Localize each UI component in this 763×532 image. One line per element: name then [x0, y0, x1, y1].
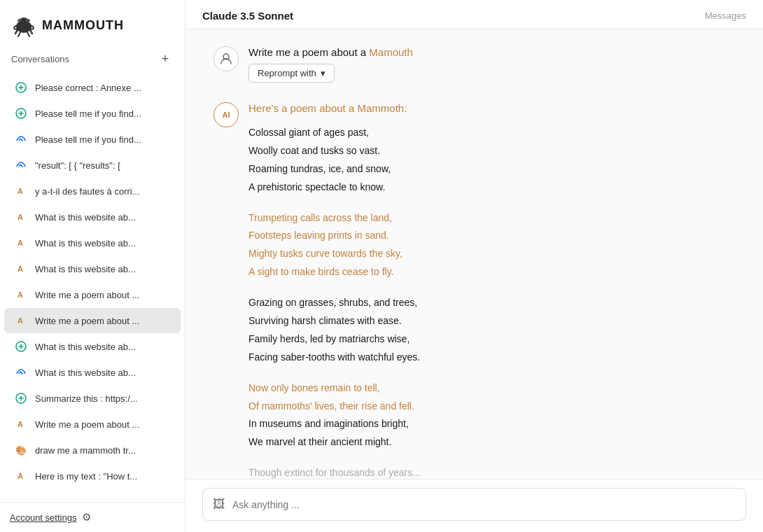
draw-icon: 🎨 — [14, 443, 28, 457]
new-conversation-button[interactable]: + — [157, 50, 174, 67]
model-name: Claude 3.5 Sonnet — [202, 10, 293, 22]
chat-input[interactable] — [232, 499, 736, 510]
conversation-item-7[interactable]: AWhat is this website ab... — [4, 230, 181, 255]
conversation-text: Please tell me if you find... — [35, 108, 141, 119]
conversation-text: Write me a poem about ... — [35, 316, 139, 326]
sidebar-header: MAMMOUTH — [0, 0, 185, 48]
ai-message: AI Here's a poem about a Mammoth: Coloss… — [214, 102, 735, 479]
poem-line: Now only bones remain to tell, — [248, 379, 735, 398]
poem-stanza-4: Now only bones remain to tell,Of mammoth… — [248, 379, 735, 452]
conversation-text: Please tell me if you find... — [35, 134, 141, 145]
reprompt-button[interactable]: Reprompt with ▾ — [248, 64, 335, 83]
poem-line: A prehistoric spectacle to know. — [248, 178, 735, 197]
svg-text:A: A — [18, 213, 23, 221]
reprompt-chevron-icon: ▾ — [321, 68, 326, 78]
poem-line: Of mammoths' lives, their rise and fell. — [248, 398, 735, 416]
reprompt-label: Reprompt with — [258, 68, 316, 78]
chatgpt-icon — [14, 391, 28, 405]
conversation-text: y a-t-il des fautes à corri... — [35, 186, 140, 197]
meta-icon — [14, 132, 28, 146]
conversation-item-2[interactable]: Please tell me if you find... — [4, 101, 181, 126]
svg-text:A: A — [18, 316, 23, 325]
image-attach-icon[interactable]: 🖼 — [213, 497, 225, 512]
conversation-text: What is this website ab... — [35, 238, 136, 248]
svg-text:A: A — [18, 187, 23, 195]
ai-heading: Here's a poem about a Mammoth: — [248, 102, 735, 114]
poem-line: Roaming tundras, ice, and snow, — [248, 160, 735, 178]
anthropic-icon: A — [14, 210, 28, 224]
conversation-text: Write me a poem about ... — [35, 290, 139, 300]
ai-avatar: AI — [214, 102, 239, 127]
chatgpt-icon — [14, 80, 28, 94]
svg-text:A: A — [18, 472, 23, 480]
user-message: Write me a poem about a Mamouth Reprompt… — [214, 46, 735, 83]
conversation-text: Here is my text : "How t... — [35, 471, 137, 482]
poem-content: Colossal giant of ages past,Woolly coat … — [248, 124, 735, 479]
meta-icon — [14, 158, 28, 172]
conversation-text: Please correct : Annexe ... — [35, 83, 141, 93]
conversation-text: draw me a mammoth tr... — [35, 445, 136, 456]
poem-line: Family herds, led by matriarchs wise, — [248, 330, 735, 349]
anthropic-icon: A — [14, 262, 28, 276]
conversation-item-1[interactable]: Please correct : Annexe ... — [4, 75, 181, 100]
conversation-text: What is this website ab... — [35, 368, 136, 378]
conversation-text: Write me a poem about ... — [35, 419, 139, 430]
poem-line: In museums and imaginations bright, — [248, 415, 735, 433]
conversation-item-3[interactable]: Please tell me if you find... — [4, 127, 181, 152]
conversation-item-14[interactable]: AWrite me a poem about ... — [4, 412, 181, 437]
mammoth-logo-icon — [11, 13, 36, 38]
poem-line: Woolly coat and tusks so vast. — [248, 142, 735, 160]
sidebar: MAMMOUTH Conversations + Please correct … — [0, 0, 186, 532]
poem-line: We marvel at their ancient might. — [248, 433, 735, 451]
poem-stanza-1: Colossal giant of ages past,Woolly coat … — [248, 124, 735, 197]
user-avatar — [214, 46, 239, 71]
poem-line: Though extinct for thousands of years... — [248, 464, 735, 479]
poem-stanza-5: Though extinct for thousands of years... — [248, 464, 735, 479]
conversation-item-4[interactable]: "result": [ { "results": [ — [4, 153, 181, 178]
conversation-item-9[interactable]: AWrite me a poem about ... — [4, 282, 181, 307]
poem-line: Mighty tusks curve towards the sky, — [248, 245, 735, 263]
main-content: Claude 3.5 Sonnet Messages Write me a po… — [186, 0, 763, 532]
anthropic-icon: A — [14, 469, 28, 483]
conversation-text: Summarize this : https:/... — [35, 393, 138, 404]
conversation-text: What is this website ab... — [35, 264, 136, 274]
ai-message-content: Here's a poem about a Mammoth: Colossal … — [248, 102, 735, 479]
svg-text:A: A — [18, 265, 23, 273]
conversation-item-6[interactable]: AWhat is this website ab... — [4, 204, 181, 230]
anthropic-icon: A — [14, 288, 28, 302]
sidebar-footer: Account settings ⚙ — [0, 502, 185, 532]
user-question: Write me a poem about a Mamouth — [248, 46, 735, 58]
svg-text:A: A — [18, 290, 23, 299]
conversation-item-5[interactable]: Ay a-t-il des fautes à corri... — [4, 178, 181, 204]
svg-point-1 — [19, 18, 29, 26]
conversation-text: "result": [ { "results": [ — [35, 160, 120, 171]
svg-text:A: A — [18, 420, 23, 428]
chatgpt-icon — [14, 106, 28, 120]
meta-icon — [14, 365, 28, 379]
account-settings-link[interactable]: Account settings — [10, 512, 76, 523]
conversation-item-11[interactable]: What is this website ab... — [4, 334, 181, 359]
conversation-item-15[interactable]: 🎨draw me a mammoth tr... — [4, 438, 181, 463]
logo-text: MAMMOUTH — [42, 18, 124, 33]
conversation-item-16[interactable]: AHere is my text : "How t... — [4, 463, 181, 489]
highlight-mammoth: Mamouth — [369, 46, 413, 58]
chat-body: Write me a poem about a Mamouth Reprompt… — [186, 29, 763, 479]
poem-line: A sight to make birds cease to fly. — [248, 263, 735, 281]
conversation-item-13[interactable]: Summarize this : https:/... — [4, 386, 181, 411]
conversation-text: What is this website ab... — [35, 342, 136, 352]
conversations-label: Conversations — [11, 54, 69, 64]
poem-line: Colossal giant of ages past, — [248, 124, 735, 142]
conversation-item-10[interactable]: AWrite me a poem about ... — [4, 308, 181, 333]
poem-line: Grazing on grasses, shrubs, and trees, — [248, 294, 735, 312]
poem-line: Facing saber-tooths with watchful eyes. — [248, 349, 735, 367]
conversation-item-8[interactable]: AWhat is this website ab... — [4, 256, 181, 281]
anthropic-icon: A — [14, 417, 28, 431]
chat-input-box: 🖼 — [202, 488, 746, 521]
anthropic-icon: A — [14, 236, 28, 250]
poem-line: Surviving harsh climates with ease. — [248, 312, 735, 330]
gear-icon[interactable]: ⚙ — [82, 511, 91, 524]
poem-line: Trumpeting calls across the land, — [248, 209, 735, 227]
poem-stanza-2: Trumpeting calls across the land,Footste… — [248, 209, 735, 282]
anthropic-icon: A — [14, 184, 28, 198]
conversation-item-12[interactable]: What is this website ab... — [4, 360, 181, 385]
